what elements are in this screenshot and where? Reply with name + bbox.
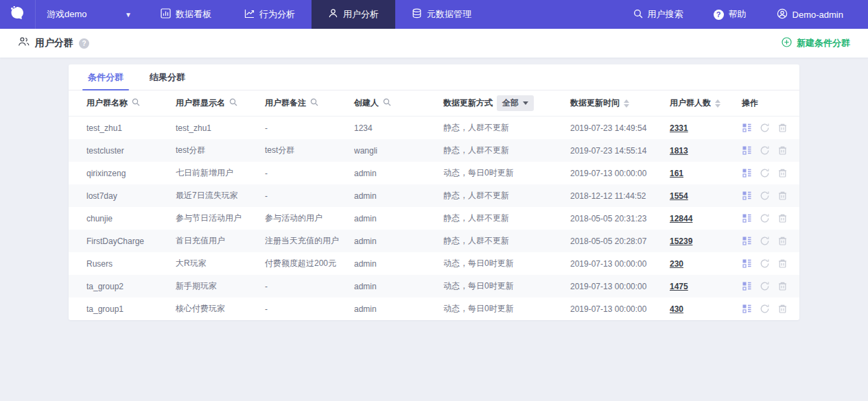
refresh-icon[interactable] — [760, 304, 770, 314]
profile-grid-icon[interactable] — [742, 236, 752, 246]
delete-icon[interactable] — [777, 213, 788, 223]
nav-item-metadata[interactable]: 元数据管理 — [395, 0, 488, 29]
update-mode-filter[interactable]: 全部 — [497, 95, 534, 111]
user-count-link[interactable]: 12844 — [670, 214, 692, 223]
help-button[interactable]: ? 帮助 — [699, 8, 762, 21]
delete-icon[interactable] — [777, 168, 788, 178]
cell-remark: 付费额度超过200元 — [265, 258, 354, 269]
sort-icon[interactable] — [715, 99, 720, 108]
table-header: 用户群名称 用户群显示名 用户群备注 — [69, 90, 799, 117]
title-help-icon[interactable]: ? — [79, 38, 89, 49]
user-count-link[interactable]: 1813 — [670, 146, 688, 156]
cell-remark: - — [265, 191, 354, 201]
nav-item-dashboard[interactable]: 数据看板 — [144, 0, 228, 29]
cell-cluster-name: testcluster — [86, 146, 176, 156]
table-row: chunjie 参与节日活动用户 参与活动的用户 admin 静态，人群不更新 … — [69, 207, 799, 230]
top-navbar: 游戏demo ▼ 数据看板 行为分析 — [0, 0, 868, 29]
user-count-link[interactable]: 15239 — [670, 236, 692, 246]
column-search-icon[interactable] — [310, 98, 318, 108]
table-row: qirixinzeng 七日前新增用户 - admin 动态，每日0时更新 20… — [69, 162, 799, 184]
refresh-icon[interactable] — [760, 123, 770, 133]
cell-remark: test分群 — [265, 145, 354, 156]
col-ops-label: 操作 — [742, 97, 758, 109]
refresh-icon[interactable] — [760, 236, 770, 246]
avatar-icon — [777, 8, 788, 21]
cell-update-mode: 静态，人群不更新 — [443, 212, 570, 224]
nav-item-user-analysis[interactable]: 用户分析 — [312, 0, 395, 29]
refresh-icon[interactable] — [760, 281, 770, 291]
cell-cluster-name: FirstDayCharge — [86, 236, 176, 246]
profile-grid-icon[interactable] — [742, 281, 752, 291]
app-logo[interactable] — [0, 0, 36, 29]
refresh-icon[interactable] — [760, 258, 770, 269]
project-selector[interactable]: 游戏demo ▼ — [36, 0, 144, 29]
cell-display-name: 首日充值用户 — [176, 235, 265, 247]
tab-result-cluster[interactable]: 结果分群 — [148, 64, 187, 90]
cell-creator: admin — [354, 236, 443, 246]
plus-circle-icon — [782, 37, 792, 49]
brand-head-icon — [9, 4, 27, 25]
column-search-icon[interactable] — [132, 98, 140, 108]
nav-item-behavior[interactable]: 行为分析 — [228, 0, 312, 29]
refresh-icon[interactable] — [760, 213, 770, 223]
user-count-link[interactable]: 230 — [670, 259, 683, 269]
new-cluster-button[interactable]: 新建条件分群 — [782, 37, 850, 49]
cell-update-time: 2019-07-13 00:00:00 — [570, 282, 670, 291]
delete-icon[interactable] — [777, 191, 788, 201]
nav-item-label: 用户分析 — [343, 8, 379, 21]
tab-condition-cluster[interactable]: 条件分群 — [86, 64, 125, 90]
col-count-label: 用户群人数 — [670, 97, 711, 109]
nav-item-label: 数据看板 — [176, 8, 211, 21]
refresh-icon[interactable] — [760, 191, 770, 201]
user-count-link[interactable]: 161 — [670, 169, 683, 178]
sort-icon[interactable] — [624, 99, 629, 108]
profile-grid-icon[interactable] — [742, 191, 752, 201]
refresh-icon[interactable] — [760, 168, 770, 178]
user-count-link[interactable]: 430 — [670, 304, 683, 314]
col-name: 用户群名称 — [86, 97, 176, 109]
delete-icon[interactable] — [777, 281, 788, 291]
profile-grid-icon[interactable] — [742, 213, 752, 223]
refresh-icon[interactable] — [760, 145, 770, 156]
col-name-label: 用户群名称 — [86, 97, 128, 109]
col-display-name-label: 用户群显示名 — [176, 97, 225, 109]
profile-grid-icon[interactable] — [742, 145, 752, 156]
profile-grid-icon[interactable] — [742, 123, 752, 133]
column-search-icon[interactable] — [383, 98, 391, 108]
user-count-link[interactable]: 2331 — [670, 123, 688, 133]
col-count: 用户群人数 — [670, 97, 742, 109]
delete-icon[interactable] — [777, 123, 788, 133]
cell-update-time: 2018-12-12 11:44:52 — [570, 191, 670, 201]
delete-icon[interactable] — [777, 258, 788, 269]
user-count-link[interactable]: 1554 — [670, 191, 688, 201]
delete-icon[interactable] — [777, 236, 788, 246]
account-menu[interactable]: Demo-admin — [762, 8, 858, 21]
delete-icon[interactable] — [777, 304, 788, 314]
cell-update-mode: 静态，人群不更新 — [443, 122, 570, 134]
delete-icon[interactable] — [777, 145, 788, 156]
cell-display-name: test分群 — [176, 145, 265, 156]
user-count-link[interactable]: 1475 — [670, 282, 688, 291]
profile-grid-icon[interactable] — [742, 168, 752, 178]
table-row: ta_group2 新手期玩家 - admin 动态，每日0时更新 2019-0… — [69, 275, 799, 297]
trend-line-icon — [244, 8, 255, 21]
profile-grid-icon[interactable] — [742, 304, 752, 314]
cell-update-mode: 静态，人群不更新 — [443, 145, 570, 156]
cell-cluster-name: ta_group2 — [86, 282, 176, 291]
cell-display-name: 七日前新增用户 — [176, 167, 265, 179]
cell-cluster-name: test_zhu1 — [86, 123, 176, 133]
table-row: lost7day 最近7日流失玩家 - admin 静态，人群不更新 2018-… — [69, 184, 799, 207]
cluster-card: 条件分群 结果分群 用户群名称 用户群显示名 — [69, 64, 799, 320]
table-row: FirstDayCharge 首日充值用户 注册当天充值的用户 admin 静态… — [69, 230, 799, 252]
profile-grid-icon[interactable] — [742, 258, 752, 269]
col-display-name: 用户群显示名 — [176, 97, 265, 109]
cell-creator: admin — [354, 214, 443, 223]
cell-update-mode: 动态，每日0时更新 — [443, 258, 570, 269]
cell-creator: admin — [354, 169, 443, 178]
cell-update-mode: 动态，每日0时更新 — [443, 303, 570, 315]
column-search-icon[interactable] — [229, 98, 237, 108]
nav-item-label: 行为分析 — [259, 8, 295, 21]
search-icon — [633, 9, 643, 21]
cell-display-name: test_zhu1 — [176, 123, 265, 133]
user-search-button[interactable]: 用户搜索 — [618, 8, 699, 21]
